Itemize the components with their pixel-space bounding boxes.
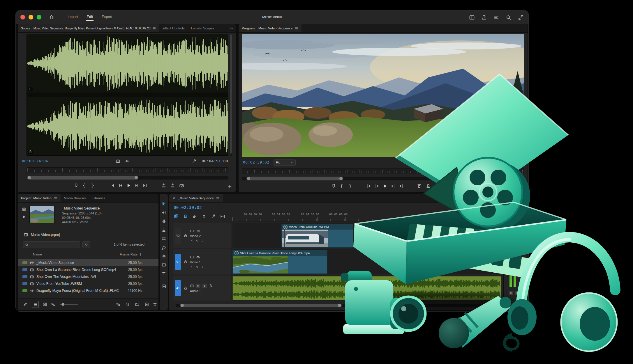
rectangle-tool[interactable] bbox=[160, 260, 168, 269]
fx-badge[interactable]: fx bbox=[234, 251, 239, 255]
tab-source-monitor[interactable]: Source: _Music Video Sequence: Dragonfly… bbox=[18, 24, 159, 32]
source-waveform-view[interactable]: L R bbox=[27, 34, 228, 156]
mark-out-icon[interactable] bbox=[90, 183, 95, 188]
preview-thumbnail[interactable] bbox=[29, 206, 54, 223]
timeline-timecode[interactable]: 00:02:39:02 bbox=[174, 205, 202, 210]
add-marker-icon[interactable] bbox=[331, 184, 336, 189]
eye-icon[interactable] bbox=[196, 255, 200, 259]
lock-icon[interactable] bbox=[184, 286, 188, 290]
sort-ascending-icon[interactable] bbox=[139, 253, 142, 256]
add-keyframe-icon[interactable] bbox=[195, 265, 199, 269]
project-bin-row[interactable]: Music Video.prproj bbox=[24, 232, 60, 237]
drag-audio-icon[interactable] bbox=[125, 159, 130, 164]
step-forward-icon[interactable] bbox=[134, 183, 139, 188]
new-item-icon[interactable] bbox=[144, 302, 149, 307]
zoom-slider[interactable] bbox=[60, 304, 78, 305]
go-to-out-icon[interactable] bbox=[142, 183, 147, 188]
track-header-a1[interactable]: A1 M S Audio 1 bbox=[173, 276, 231, 301]
delete-icon[interactable] bbox=[153, 302, 157, 307]
zoom-button[interactable] bbox=[37, 15, 41, 19]
panel-menu-icon[interactable] bbox=[216, 196, 220, 200]
tab-timeline-sequence[interactable]: _Music Video Sequence bbox=[169, 194, 223, 202]
new-bin-icon[interactable] bbox=[135, 302, 140, 307]
export-frame-icon[interactable] bbox=[179, 183, 184, 188]
panel-menu-icon[interactable] bbox=[54, 196, 57, 200]
source-timecode[interactable]: 00:03:24:06 bbox=[22, 159, 48, 163]
lock-icon[interactable] bbox=[184, 260, 188, 264]
ripple-edit-tool[interactable] bbox=[160, 217, 168, 225]
create-search-bin-button[interactable] bbox=[82, 241, 90, 248]
timeline-zoom-handle-left[interactable] bbox=[181, 304, 184, 307]
bin-item-row[interactable]: _Music Video Sequence 25,00 fps bbox=[18, 259, 158, 266]
close-button[interactable] bbox=[20, 15, 25, 19]
writable-toggle-icon[interactable] bbox=[23, 302, 28, 307]
add-keyframe-icon[interactable] bbox=[195, 239, 199, 242]
lock-icon[interactable] bbox=[184, 234, 188, 238]
automate-sequence-icon[interactable] bbox=[116, 302, 120, 307]
source-time-ruler[interactable] bbox=[27, 167, 228, 173]
search-box[interactable] bbox=[23, 241, 80, 248]
add-tool-button[interactable] bbox=[160, 282, 168, 291]
eye-icon[interactable] bbox=[196, 229, 200, 233]
panel-menu-icon[interactable] bbox=[152, 26, 156, 30]
hand-tool[interactable] bbox=[160, 252, 168, 260]
preview-play-icon[interactable] bbox=[22, 215, 26, 219]
list-view-button[interactable] bbox=[32, 301, 39, 308]
minimize-button[interactable] bbox=[29, 15, 33, 19]
waveform-vertical-scrollbar[interactable] bbox=[230, 34, 232, 156]
overwrite-icon[interactable] bbox=[170, 183, 175, 188]
search-icon[interactable] bbox=[506, 15, 512, 20]
fullscreen-icon[interactable] bbox=[518, 15, 524, 20]
bin-item-row[interactable]: Video From YouTube .WEBM 25,00 fps bbox=[18, 280, 158, 287]
track-header-v2[interactable]: V2 Video 2 bbox=[173, 223, 231, 248]
snap-magnet-icon[interactable] bbox=[183, 214, 188, 219]
play-icon[interactable] bbox=[126, 183, 131, 188]
linked-selection-icon[interactable] bbox=[192, 214, 197, 219]
zoom-slider-handle[interactable] bbox=[61, 303, 64, 306]
pen-tool[interactable] bbox=[160, 243, 168, 252]
timeline-settings-icon[interactable] bbox=[211, 214, 216, 219]
mark-in-icon[interactable] bbox=[82, 183, 87, 188]
bin-item-row[interactable]: Shot Over La Garonne River Drone Long GO… bbox=[18, 266, 158, 273]
find-icon[interactable] bbox=[125, 302, 130, 307]
button-editor-icon[interactable] bbox=[227, 184, 232, 189]
prev-keyframe-icon[interactable] bbox=[190, 265, 193, 269]
go-to-in-icon[interactable] bbox=[110, 183, 115, 188]
tab-import[interactable]: Import bbox=[67, 13, 78, 21]
slip-tool[interactable] bbox=[160, 234, 168, 243]
settings-wrench-icon[interactable] bbox=[192, 159, 197, 164]
track-output-icon[interactable] bbox=[190, 229, 194, 233]
tab-libraries[interactable]: Libraries bbox=[89, 194, 108, 202]
zoom-handle-right[interactable] bbox=[135, 176, 138, 179]
nest-toggle-icon[interactable] bbox=[174, 214, 179, 219]
track-output-icon[interactable] bbox=[190, 255, 194, 259]
label-color-chip[interactable] bbox=[22, 268, 27, 271]
tab-program-monitor[interactable]: Program: _Music Video Sequence bbox=[239, 24, 301, 32]
selection-tool[interactable] bbox=[160, 199, 168, 208]
icon-view-icon[interactable] bbox=[43, 302, 47, 307]
next-keyframe-icon[interactable] bbox=[201, 239, 204, 242]
source-zoom-scrollbar[interactable] bbox=[27, 176, 228, 180]
panels-icon[interactable] bbox=[469, 15, 475, 20]
tab-edit[interactable]: Edit bbox=[86, 13, 94, 21]
label-color-chip[interactable] bbox=[22, 261, 27, 264]
program-timecode[interactable]: 00:02:39:02 bbox=[243, 160, 269, 164]
tab-export[interactable]: Export bbox=[101, 13, 113, 21]
source-patch-a1[interactable]: A1 bbox=[175, 280, 181, 296]
source-patch-v1[interactable]: V1 bbox=[175, 254, 181, 270]
add-marker-icon[interactable] bbox=[74, 183, 79, 188]
drag-video-icon[interactable] bbox=[116, 159, 120, 164]
search-input[interactable] bbox=[30, 243, 78, 247]
voiceover-mic-icon[interactable] bbox=[209, 284, 213, 288]
tab-lumetri-scopes[interactable]: Lumetri Scopes bbox=[188, 24, 218, 32]
column-name[interactable]: Name bbox=[33, 253, 42, 256]
fx-badge[interactable]: fx bbox=[283, 225, 288, 229]
tab-media-browser[interactable]: Media Browser bbox=[61, 194, 89, 202]
close-icon[interactable] bbox=[172, 196, 176, 200]
solo-button[interactable]: S bbox=[202, 284, 207, 288]
add-marker-icon[interactable] bbox=[202, 214, 207, 219]
zoom-handle-left[interactable] bbox=[247, 177, 250, 180]
tab-project[interactable]: Project: Music Video bbox=[18, 194, 61, 202]
mute-button[interactable]: M bbox=[196, 284, 200, 288]
bin-item-row[interactable]: Dragonfly Mayu Puma (Original From M Cra… bbox=[18, 287, 158, 294]
